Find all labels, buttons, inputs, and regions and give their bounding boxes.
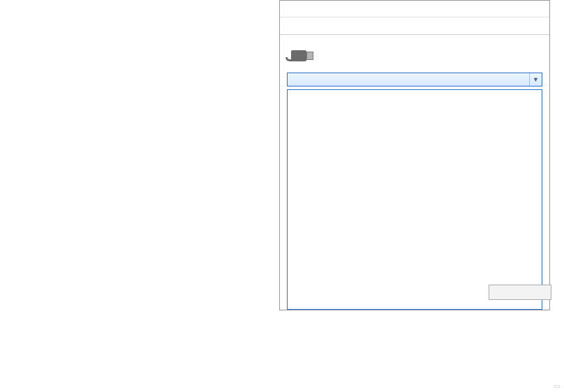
property-listbox[interactable] (287, 89, 542, 310)
usb-hub-icon (290, 45, 315, 64)
titlebar (280, 1, 549, 17)
watermark (554, 385, 560, 388)
properties-dialog: ▼ (279, 0, 550, 310)
chevron-down-icon: ▼ (529, 73, 542, 86)
dialog-button-edge[interactable] (489, 285, 551, 300)
property-combo[interactable]: ▼ (287, 73, 542, 86)
tabstrip (280, 17, 549, 35)
device-tree (0, 0, 279, 3)
close-button[interactable] (521, 1, 549, 17)
device-header (287, 40, 542, 71)
tab-body: ▼ (280, 35, 549, 89)
